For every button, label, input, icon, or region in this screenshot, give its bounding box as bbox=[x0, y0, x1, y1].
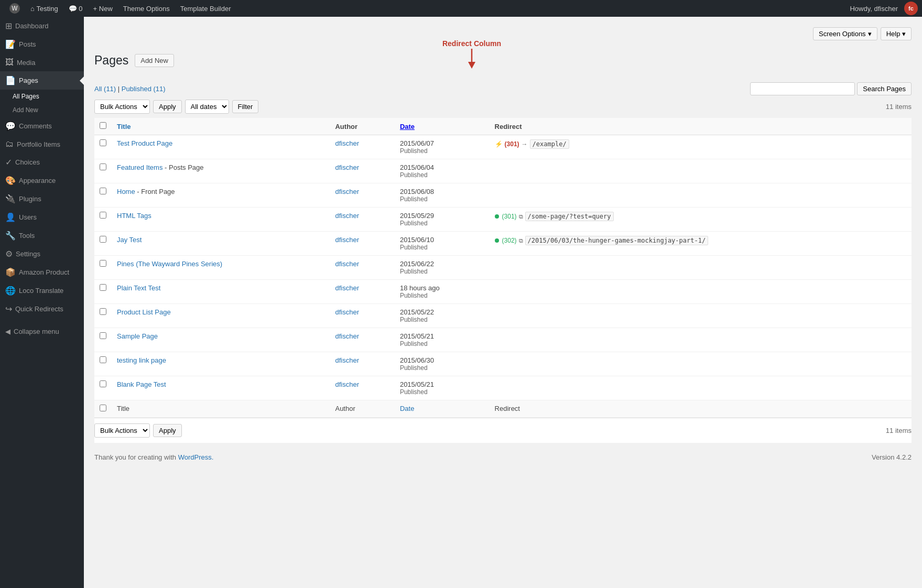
wordpress-link[interactable]: WordPress. bbox=[178, 453, 214, 461]
page-title-link-6[interactable]: Pines (The Wayward Pines Series) bbox=[117, 260, 222, 268]
sidebar-item-media[interactable]: 🖼 Media bbox=[0, 53, 84, 71]
page-title-link-11[interactable]: Blank Page Test bbox=[117, 380, 166, 388]
comments-button[interactable]: 💬 0 bbox=[63, 0, 88, 17]
sidebar-item-posts[interactable]: 📝 Posts bbox=[0, 35, 84, 53]
row-checkbox-3[interactable] bbox=[100, 188, 106, 194]
author-link-2[interactable]: dfischer bbox=[335, 164, 359, 171]
row-checkbox-11[interactable] bbox=[100, 380, 106, 387]
author-link-4[interactable]: dfischer bbox=[335, 212, 359, 220]
sidebar-item-plugins[interactable]: 🔌 Plugins bbox=[0, 190, 84, 208]
search-pages-button[interactable]: Search Pages bbox=[857, 82, 912, 95]
page-title-link-1[interactable]: Test Product Page bbox=[117, 139, 172, 147]
sidebar-item-tools[interactable]: 🔧 Tools bbox=[0, 226, 84, 245]
site-name-button[interactable]: ⌂ Testing bbox=[25, 0, 63, 17]
comments-menu-icon: 💬 bbox=[5, 121, 16, 131]
footer-col-author: Author bbox=[330, 400, 394, 418]
table-header-row: Title Author Date Redirect bbox=[94, 118, 912, 135]
author-link-10[interactable]: dfischer bbox=[335, 356, 359, 364]
sidebar-item-portfolio[interactable]: 🗂 Portfolio Items bbox=[0, 135, 84, 153]
page-header: Pages Add New Redirect Column bbox=[94, 45, 912, 76]
page-title-link-10[interactable]: testing link page bbox=[117, 356, 166, 364]
template-builder-button[interactable]: Template Builder bbox=[175, 0, 236, 17]
status-value-4: Published bbox=[400, 220, 484, 227]
user-avatar[interactable]: fc bbox=[904, 2, 918, 15]
page-title-link-2[interactable]: Featured Items bbox=[117, 164, 162, 171]
page-title-link-5[interactable]: Jay Test bbox=[117, 236, 142, 244]
sidebar-item-comments[interactable]: 💬 Comments bbox=[0, 117, 84, 135]
page-title-link-4[interactable]: HTML Tags bbox=[117, 212, 151, 220]
comments-count: 0 bbox=[79, 5, 82, 13]
footer-col-title: Title bbox=[112, 400, 330, 418]
sidebar-item-choices[interactable]: ✓ Choices bbox=[0, 153, 84, 171]
help-button[interactable]: Help ▾ bbox=[881, 27, 912, 40]
sidebar-sub-all-pages[interactable]: All Pages bbox=[0, 90, 84, 103]
select-all-checkbox[interactable] bbox=[100, 122, 106, 129]
row-checkbox-6[interactable] bbox=[100, 260, 106, 267]
apply-button-top[interactable]: Apply bbox=[153, 100, 182, 113]
author-link-6[interactable]: dfischer bbox=[335, 260, 359, 268]
plugins-icon: 🔌 bbox=[5, 194, 16, 204]
author-link-7[interactable]: dfischer bbox=[335, 284, 359, 292]
screen-options-chevron-icon: ▾ bbox=[868, 30, 872, 38]
row-checkbox-2[interactable] bbox=[100, 164, 106, 170]
redirect-annotation: Redirect Column bbox=[442, 39, 501, 70]
theme-options-button[interactable]: Theme Options bbox=[118, 0, 175, 17]
sidebar-item-dashboard[interactable]: ⊞ Dashboard bbox=[0, 17, 84, 35]
row-checkbox-1[interactable] bbox=[100, 139, 106, 146]
items-count-top: 11 items bbox=[886, 103, 912, 111]
add-new-button[interactable]: Add New bbox=[135, 54, 174, 67]
status-value-5: Published bbox=[400, 244, 484, 251]
media-icon: 🖼 bbox=[5, 58, 14, 67]
apply-button-bottom[interactable]: Apply bbox=[153, 424, 182, 437]
author-link-11[interactable]: dfischer bbox=[335, 380, 359, 388]
row-checkbox-9[interactable] bbox=[100, 332, 106, 339]
top-toolbar: Bulk Actions Apply All dates Filter 11 i… bbox=[94, 100, 912, 114]
author-link-8[interactable]: dfischer bbox=[335, 308, 359, 316]
table-row: Test Product Page dfischer 2015/06/07 Pu… bbox=[94, 135, 912, 159]
author-link-9[interactable]: dfischer bbox=[335, 332, 359, 340]
search-input[interactable] bbox=[750, 82, 855, 95]
filter-button[interactable]: Filter bbox=[232, 100, 259, 113]
page-title-link-7[interactable]: Plain Text Test bbox=[117, 284, 160, 292]
page-title-link-8[interactable]: Product List Page bbox=[117, 308, 171, 316]
sidebar-item-pages[interactable]: 📄 Pages bbox=[0, 71, 84, 90]
page-subtitle-2: - Posts Page bbox=[165, 164, 203, 171]
date-sort-link[interactable]: Date bbox=[400, 123, 415, 130]
screen-options-button[interactable]: Screen Options ▾ bbox=[813, 27, 877, 40]
row-checkbox-10[interactable] bbox=[100, 356, 106, 363]
sidebar-item-amazon[interactable]: 📦 Amazon Product bbox=[0, 263, 84, 281]
bulk-actions-select-top[interactable]: Bulk Actions bbox=[94, 100, 150, 114]
select-all-bottom-checkbox[interactable] bbox=[100, 405, 106, 411]
author-link-1[interactable]: dfischer bbox=[335, 139, 359, 147]
page-title-link-3[interactable]: Home bbox=[117, 188, 135, 195]
footer-date-sort-link[interactable]: Date bbox=[400, 405, 414, 412]
items-count-bottom: 11 items bbox=[886, 427, 912, 434]
author-link-3[interactable]: dfischer bbox=[335, 188, 359, 195]
collapse-menu-button[interactable]: ◀ Collapse menu bbox=[0, 323, 84, 340]
screen-options-label: Screen Options bbox=[819, 30, 866, 38]
published-pages-link[interactable]: Published (11) bbox=[122, 85, 166, 93]
page-title-link-9[interactable]: Sample Page bbox=[117, 332, 158, 340]
row-checkbox-5[interactable] bbox=[100, 236, 106, 243]
add-new-label: Add New bbox=[140, 57, 168, 64]
row-checkbox-8[interactable] bbox=[100, 308, 106, 315]
author-link-5[interactable]: dfischer bbox=[335, 236, 359, 244]
wp-logo-button[interactable]: W bbox=[4, 0, 25, 17]
bulk-actions-select-bottom[interactable]: Bulk Actions bbox=[94, 423, 150, 438]
users-icon: 👤 bbox=[5, 212, 16, 222]
redirect-cell-2 bbox=[490, 159, 912, 183]
title-sort-link[interactable]: Title bbox=[117, 123, 131, 130]
sidebar-item-loco[interactable]: 🌐 Loco Translate bbox=[0, 281, 84, 300]
sidebar-item-users[interactable]: 👤 Users bbox=[0, 208, 84, 226]
pages-icon: 📄 bbox=[5, 75, 16, 85]
row-checkbox-4[interactable] bbox=[100, 212, 106, 219]
sidebar-item-plugins-label: Plugins bbox=[19, 195, 41, 203]
dates-filter-select[interactable]: All dates bbox=[185, 100, 229, 114]
sidebar-item-redirects[interactable]: ↪ Quick Redirects bbox=[0, 300, 84, 318]
new-item-button[interactable]: + New bbox=[88, 0, 118, 17]
sidebar-item-settings[interactable]: ⚙ Settings bbox=[0, 245, 84, 263]
sidebar-item-appearance[interactable]: 🎨 Appearance bbox=[0, 171, 84, 190]
sidebar-sub-add-new[interactable]: Add New bbox=[0, 103, 84, 117]
row-checkbox-7[interactable] bbox=[100, 284, 106, 291]
all-pages-link[interactable]: All (11) bbox=[94, 85, 116, 93]
